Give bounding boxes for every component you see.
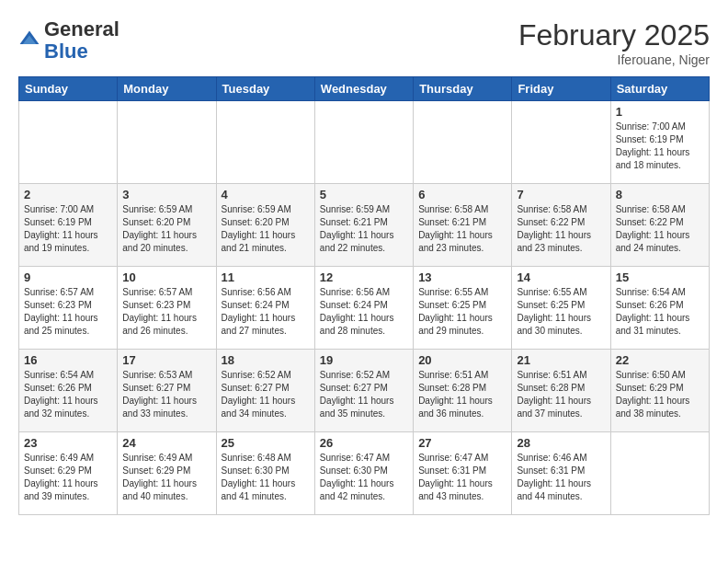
day-number: 10 xyxy=(122,270,210,284)
table-row: 7Sunrise: 6:58 AM Sunset: 6:22 PM Daylig… xyxy=(512,184,610,267)
day-info: Sunrise: 7:00 AM Sunset: 6:19 PM Dayligh… xyxy=(24,203,112,255)
table-row: 8Sunrise: 6:58 AM Sunset: 6:22 PM Daylig… xyxy=(610,184,709,267)
day-number: 21 xyxy=(517,353,605,367)
table-row xyxy=(216,101,314,184)
day-info: Sunrise: 6:51 AM Sunset: 6:28 PM Dayligh… xyxy=(517,369,605,420)
table-row xyxy=(414,101,512,184)
day-number: 8 xyxy=(616,188,704,201)
day-info: Sunrise: 6:51 AM Sunset: 6:28 PM Dayligh… xyxy=(418,369,506,420)
day-number: 19 xyxy=(320,353,408,367)
day-info: Sunrise: 6:54 AM Sunset: 6:26 PM Dayligh… xyxy=(616,286,704,338)
day-number: 11 xyxy=(222,270,310,284)
day-number: 20 xyxy=(418,353,506,367)
calendar-week-2: 2Sunrise: 7:00 AM Sunset: 6:19 PM Daylig… xyxy=(19,184,710,267)
day-info: Sunrise: 6:56 AM Sunset: 6:24 PM Dayligh… xyxy=(320,286,408,338)
logo: General Blue xyxy=(18,18,119,63)
table-row: 5Sunrise: 6:59 AM Sunset: 6:21 PM Daylig… xyxy=(314,184,413,267)
calendar-header-row: Sunday Monday Tuesday Wednesday Thursday… xyxy=(19,77,710,101)
table-row: 2Sunrise: 7:00 AM Sunset: 6:19 PM Daylig… xyxy=(19,184,118,267)
day-number: 4 xyxy=(222,188,310,201)
table-row xyxy=(512,101,610,184)
day-number: 6 xyxy=(418,188,506,201)
col-saturday: Saturday xyxy=(610,77,709,101)
day-number: 23 xyxy=(24,436,112,450)
table-row: 12Sunrise: 6:56 AM Sunset: 6:24 PM Dayli… xyxy=(314,267,413,350)
day-info: Sunrise: 6:54 AM Sunset: 6:26 PM Dayligh… xyxy=(24,369,112,420)
table-row: 21Sunrise: 6:51 AM Sunset: 6:28 PM Dayli… xyxy=(512,350,610,432)
table-row xyxy=(118,101,216,184)
day-info: Sunrise: 6:56 AM Sunset: 6:24 PM Dayligh… xyxy=(222,286,310,338)
col-tuesday: Tuesday xyxy=(216,77,314,101)
table-row xyxy=(314,101,413,184)
table-row: 15Sunrise: 6:54 AM Sunset: 6:26 PM Dayli… xyxy=(610,267,709,350)
day-info: Sunrise: 6:48 AM Sunset: 6:30 PM Dayligh… xyxy=(222,452,310,503)
day-info: Sunrise: 6:58 AM Sunset: 6:21 PM Dayligh… xyxy=(418,203,506,255)
title-block: February 2025 Iferouane, Niger xyxy=(518,18,710,67)
day-info: Sunrise: 6:46 AM Sunset: 6:31 PM Dayligh… xyxy=(517,452,605,503)
day-info: Sunrise: 6:47 AM Sunset: 6:31 PM Dayligh… xyxy=(418,452,506,503)
table-row xyxy=(19,101,118,184)
calendar-week-5: 23Sunrise: 6:49 AM Sunset: 6:29 PM Dayli… xyxy=(19,432,710,515)
day-number: 9 xyxy=(24,270,112,284)
table-row: 24Sunrise: 6:49 AM Sunset: 6:29 PM Dayli… xyxy=(118,432,216,515)
calendar-table: Sunday Monday Tuesday Wednesday Thursday… xyxy=(18,76,710,515)
day-number: 12 xyxy=(320,270,408,284)
day-number: 16 xyxy=(24,353,112,367)
day-info: Sunrise: 6:55 AM Sunset: 6:25 PM Dayligh… xyxy=(517,286,605,338)
location: Iferouane, Niger xyxy=(518,52,710,67)
table-row xyxy=(610,432,709,515)
calendar-week-3: 9Sunrise: 6:57 AM Sunset: 6:23 PM Daylig… xyxy=(19,267,710,350)
table-row: 28Sunrise: 6:46 AM Sunset: 6:31 PM Dayli… xyxy=(512,432,610,515)
table-row: 10Sunrise: 6:57 AM Sunset: 6:23 PM Dayli… xyxy=(118,267,216,350)
day-info: Sunrise: 6:57 AM Sunset: 6:23 PM Dayligh… xyxy=(24,286,112,338)
day-info: Sunrise: 6:49 AM Sunset: 6:29 PM Dayligh… xyxy=(122,452,210,503)
col-wednesday: Wednesday xyxy=(314,77,413,101)
logo-general: General xyxy=(44,17,119,40)
day-number: 13 xyxy=(418,270,506,284)
day-number: 14 xyxy=(517,270,605,284)
day-info: Sunrise: 6:47 AM Sunset: 6:30 PM Dayligh… xyxy=(320,452,408,503)
logo-blue: Blue xyxy=(44,40,88,63)
day-number: 25 xyxy=(222,436,310,450)
day-info: Sunrise: 6:55 AM Sunset: 6:25 PM Dayligh… xyxy=(418,286,506,338)
col-friday: Friday xyxy=(512,77,610,101)
table-row: 16Sunrise: 6:54 AM Sunset: 6:26 PM Dayli… xyxy=(19,350,118,432)
table-row: 23Sunrise: 6:49 AM Sunset: 6:29 PM Dayli… xyxy=(19,432,118,515)
day-number: 17 xyxy=(122,353,210,367)
day-info: Sunrise: 6:52 AM Sunset: 6:27 PM Dayligh… xyxy=(320,369,408,420)
table-row: 6Sunrise: 6:58 AM Sunset: 6:21 PM Daylig… xyxy=(414,184,512,267)
page-header: General Blue February 2025 Iferouane, Ni… xyxy=(18,18,710,67)
month-title: February 2025 xyxy=(518,18,710,52)
table-row: 18Sunrise: 6:52 AM Sunset: 6:27 PM Dayli… xyxy=(216,350,314,432)
day-info: Sunrise: 6:52 AM Sunset: 6:27 PM Dayligh… xyxy=(222,369,310,420)
day-info: Sunrise: 6:59 AM Sunset: 6:20 PM Dayligh… xyxy=(122,203,210,255)
day-info: Sunrise: 6:58 AM Sunset: 6:22 PM Dayligh… xyxy=(517,203,605,255)
table-row: 4Sunrise: 6:59 AM Sunset: 6:20 PM Daylig… xyxy=(216,184,314,267)
day-number: 15 xyxy=(616,270,704,284)
day-number: 7 xyxy=(517,188,605,201)
day-info: Sunrise: 6:53 AM Sunset: 6:27 PM Dayligh… xyxy=(122,369,210,420)
table-row: 20Sunrise: 6:51 AM Sunset: 6:28 PM Dayli… xyxy=(414,350,512,432)
day-info: Sunrise: 6:59 AM Sunset: 6:21 PM Dayligh… xyxy=(320,203,408,255)
day-info: Sunrise: 6:59 AM Sunset: 6:20 PM Dayligh… xyxy=(222,203,310,255)
calendar-week-1: 1Sunrise: 7:00 AM Sunset: 6:19 PM Daylig… xyxy=(19,101,710,184)
col-sunday: Sunday xyxy=(19,77,118,101)
table-row: 3Sunrise: 6:59 AM Sunset: 6:20 PM Daylig… xyxy=(118,184,216,267)
day-number: 3 xyxy=(122,188,210,201)
table-row: 13Sunrise: 6:55 AM Sunset: 6:25 PM Dayli… xyxy=(414,267,512,350)
day-number: 18 xyxy=(222,353,310,367)
day-info: Sunrise: 7:00 AM Sunset: 6:19 PM Dayligh… xyxy=(616,121,704,172)
day-info: Sunrise: 6:49 AM Sunset: 6:29 PM Dayligh… xyxy=(24,452,112,503)
day-number: 2 xyxy=(24,188,112,201)
day-info: Sunrise: 6:58 AM Sunset: 6:22 PM Dayligh… xyxy=(616,203,704,255)
logo-text: General Blue xyxy=(44,18,119,63)
col-thursday: Thursday xyxy=(414,77,512,101)
day-number: 1 xyxy=(616,105,704,119)
table-row: 1Sunrise: 7:00 AM Sunset: 6:19 PM Daylig… xyxy=(610,101,709,184)
table-row: 17Sunrise: 6:53 AM Sunset: 6:27 PM Dayli… xyxy=(118,350,216,432)
day-info: Sunrise: 6:57 AM Sunset: 6:23 PM Dayligh… xyxy=(122,286,210,338)
day-number: 27 xyxy=(418,436,506,450)
col-monday: Monday xyxy=(118,77,216,101)
table-row: 19Sunrise: 6:52 AM Sunset: 6:27 PM Dayli… xyxy=(314,350,413,432)
day-number: 24 xyxy=(122,436,210,450)
